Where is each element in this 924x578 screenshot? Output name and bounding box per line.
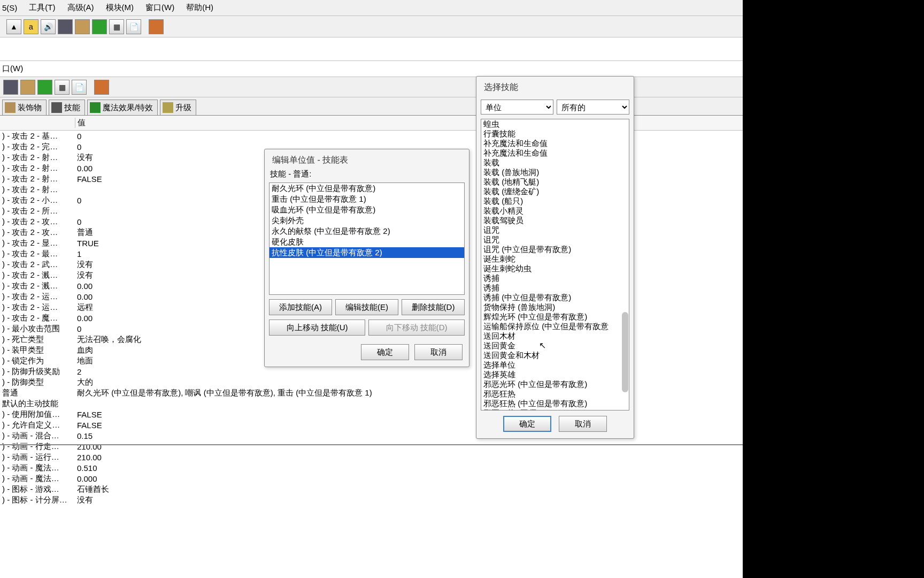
menu-item[interactable]: 窗口(W) — [145, 3, 174, 13]
toolbar-button[interactable]: ▦ — [55, 80, 70, 95]
skill-item[interactable]: 诅咒 — [481, 225, 629, 235]
filter-select[interactable]: 所有的 — [557, 100, 629, 115]
skill-item[interactable]: 诅咒 — [481, 235, 629, 245]
menu-item[interactable]: 帮助(H) — [186, 3, 213, 13]
edit-skill-button[interactable]: 编辑技能(E) — [335, 299, 398, 315]
skill-item[interactable]: 邪恶光环 (中立但是带有敌意) — [481, 379, 629, 389]
toolbar-button[interactable] — [75, 19, 90, 34]
tab-effects[interactable]: 魔法效果/特效 — [87, 100, 158, 115]
toolbar-button[interactable] — [20, 80, 35, 95]
toolbar-button[interactable] — [94, 80, 109, 95]
skill-item[interactable]: 邪恶狂热 (中立但是带有敌意) — [481, 399, 629, 408]
skill-item[interactable]: 诱捕 — [481, 273, 629, 283]
letterbox — [743, 0, 924, 578]
ability-item[interactable]: 耐久光环 (中立但是带有敌意) — [270, 183, 464, 194]
ability-item-selected[interactable]: 抗性皮肤 (中立但是带有敌意 2) — [270, 247, 464, 258]
toolbar-button[interactable]: ▲ — [6, 19, 21, 34]
category-select[interactable]: 单位 — [481, 100, 553, 115]
menu-item[interactable]: 工具(T) — [29, 3, 55, 13]
skill-item[interactable]: 装载 (缠绕金矿) — [481, 187, 629, 196]
skill-item[interactable]: 邪恶狂热 (巫师) — [481, 408, 629, 410]
ability-item[interactable]: 重击 (中立但是带有敌意 1) — [270, 194, 464, 204]
ability-item[interactable]: 硬化皮肤 — [270, 237, 464, 247]
skill-item[interactable]: 诱捕 — [481, 283, 629, 293]
skill-item[interactable]: 装载驾驶员 — [481, 216, 629, 225]
skill-item[interactable]: 诱捕 (中立但是带有敌意) — [481, 293, 629, 302]
ok-button[interactable]: 确定 — [361, 344, 409, 360]
menu-item[interactable]: 模块(M) — [106, 3, 134, 13]
skill-item[interactable]: 装载 — [481, 158, 629, 168]
skill-item[interactable]: 补充魔法和生命值 — [481, 148, 629, 158]
skill-item[interactable]: 补充魔法和生命值 — [481, 139, 629, 148]
tab-upgrade[interactable]: 升级 — [160, 100, 196, 115]
skill-item[interactable]: 辉煌光环 (中立但是带有敌意) — [481, 312, 629, 322]
toolbar-button[interactable] — [58, 19, 73, 34]
toolbar-button[interactable]: 📄 — [72, 80, 87, 95]
skill-item[interactable]: 运输船保持原位 (中立但是带有敌意 — [481, 322, 629, 331]
skill-item[interactable]: 装载小精灵 — [481, 206, 629, 216]
skill-item[interactable]: 装载 (船只) — [481, 196, 629, 206]
toolbar-button[interactable] — [149, 19, 164, 34]
skill-item[interactable]: 诞生刺蛇 — [481, 254, 629, 264]
ability-item[interactable]: 尖刺外壳 — [270, 215, 464, 226]
header-value[interactable]: 值 — [75, 118, 86, 128]
scrollbar-thumb[interactable] — [622, 312, 628, 392]
skill-item[interactable]: 货物保持 (兽族地洞) — [481, 302, 629, 312]
skill-item[interactable]: 装载 (兽族地洞) — [481, 168, 629, 177]
skill-item[interactable]: 邪恶狂热 — [481, 389, 629, 399]
skill-item[interactable]: 蝗虫 — [481, 119, 629, 129]
delete-skill-button[interactable]: 删除技能(D) — [402, 299, 465, 315]
cancel-button[interactable]: 取消 — [559, 416, 607, 432]
skill-item[interactable]: 诞生刺蛇幼虫 — [481, 264, 629, 273]
toolbar-button[interactable]: 🔊 — [41, 19, 56, 34]
skill-item[interactable]: 送回黄金和木材 — [481, 351, 629, 360]
toolbar-button[interactable]: ▦ — [109, 19, 124, 34]
edit-unit-value-dialog: 编辑单位值 - 技能表 技能 - 普通: 耐久光环 (中立但是带有敌意)重击 (… — [264, 149, 469, 367]
move-down-button[interactable]: 向下移动 技能(D) — [368, 320, 465, 336]
add-skill-button[interactable]: 添加技能(A) — [269, 299, 332, 315]
skill-item[interactable]: 选择单位 — [481, 360, 629, 370]
skill-item[interactable]: 送回木材 — [481, 331, 629, 341]
skill-item[interactable]: 行囊技能 — [481, 129, 629, 139]
tab-skills[interactable]: 技能 — [49, 100, 85, 115]
divider — [0, 444, 743, 445]
toolbar-button[interactable] — [37, 80, 52, 95]
toolbar-button[interactable]: a — [24, 19, 38, 34]
toolbar-button[interactable] — [92, 19, 107, 34]
dialog-title: 编辑单位值 - 技能表 — [265, 149, 469, 169]
move-up-button[interactable]: 向上移动 技能(U) — [269, 320, 365, 336]
dialog-title: 选择技能 — [476, 77, 634, 95]
ability-item[interactable]: 吸血光环 (中立但是带有敌意) — [270, 204, 464, 215]
skill-item[interactable]: 诅咒 (中立但是带有敌意) — [481, 245, 629, 254]
ok-button[interactable]: 确定 — [503, 416, 551, 432]
menu-item[interactable]: 高级(A) — [67, 3, 94, 13]
tab-decorations[interactable]: 装饰物 — [2, 100, 47, 115]
skill-item[interactable]: 送回黄金 — [481, 341, 629, 351]
skill-pick-list[interactable]: 蝗虫行囊技能补充魔法和生命值补充魔法和生命值装载装载 (兽族地洞)装载 (地精飞… — [481, 119, 629, 410]
dialog-label: 技能 - 普通: — [265, 169, 469, 182]
skill-item[interactable]: 选择英雄 — [481, 370, 629, 379]
skill-item[interactable]: 装载 (地精飞艇) — [481, 177, 629, 187]
select-skill-dialog: 选择技能 单位 所有的 蝗虫行囊技能补充魔法和生命值补充魔法和生命值装载装载 (… — [476, 76, 634, 439]
toolbar-button[interactable] — [3, 80, 18, 95]
toolbar-button[interactable]: 📄 — [126, 19, 141, 34]
cancel-button[interactable]: 取消 — [414, 344, 463, 360]
ability-list[interactable]: 耐久光环 (中立但是带有敌意)重击 (中立但是带有敌意 1)吸血光环 (中立但是… — [269, 182, 465, 295]
menu-item[interactable]: 5(S) — [2, 3, 17, 12]
ability-item[interactable]: 永久的献祭 (中立但是带有敌意 2) — [270, 226, 464, 237]
